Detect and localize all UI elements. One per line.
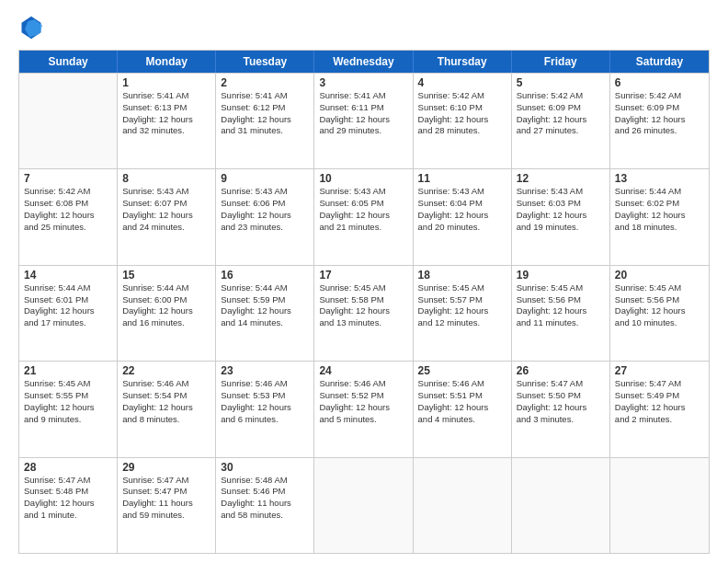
calendar-cell: 18Sunrise: 5:45 AM Sunset: 5:57 PM Dayli…	[414, 266, 512, 361]
calendar-cell: 24Sunrise: 5:46 AM Sunset: 5:52 PM Dayli…	[314, 362, 413, 456]
day-number: 3	[319, 76, 407, 89]
calendar-cell: 12Sunrise: 5:43 AM Sunset: 6:03 PM Dayli…	[512, 169, 610, 264]
day-number: 17	[319, 269, 407, 282]
cell-info: Sunrise: 5:41 AM Sunset: 6:12 PM Dayligh…	[221, 90, 309, 137]
day-number: 8	[122, 172, 210, 185]
calendar-cell: 3Sunrise: 5:41 AM Sunset: 6:11 PM Daylig…	[314, 74, 413, 168]
calendar-row-2: 7Sunrise: 5:42 AM Sunset: 6:08 PM Daylig…	[19, 168, 709, 264]
calendar-cell: 29Sunrise: 5:47 AM Sunset: 5:47 PM Dayli…	[118, 458, 216, 553]
cell-info: Sunrise: 5:45 AM Sunset: 5:57 PM Dayligh…	[418, 282, 506, 329]
calendar-cell: 11Sunrise: 5:43 AM Sunset: 6:04 PM Dayli…	[414, 169, 512, 264]
calendar-cell: 26Sunrise: 5:47 AM Sunset: 5:50 PM Dayli…	[512, 362, 610, 456]
calendar-cell: 15Sunrise: 5:44 AM Sunset: 6:00 PM Dayli…	[118, 266, 216, 361]
day-number: 12	[517, 172, 605, 185]
day-number: 27	[615, 364, 704, 377]
calendar-cell: 8Sunrise: 5:43 AM Sunset: 6:07 PM Daylig…	[118, 169, 216, 264]
cell-info: Sunrise: 5:43 AM Sunset: 6:06 PM Dayligh…	[221, 186, 309, 233]
header-day-thursday: Thursday	[414, 51, 512, 73]
day-number: 21	[24, 364, 112, 377]
day-number: 28	[24, 461, 112, 474]
calendar-cell: 4Sunrise: 5:42 AM Sunset: 6:10 PM Daylig…	[414, 74, 512, 168]
cell-info: Sunrise: 5:45 AM Sunset: 5:55 PM Dayligh…	[24, 378, 112, 425]
day-number: 2	[221, 76, 309, 89]
calendar-cell: 21Sunrise: 5:45 AM Sunset: 5:55 PM Dayli…	[19, 362, 118, 456]
header-day-sunday: Sunday	[19, 51, 118, 73]
cell-info: Sunrise: 5:45 AM Sunset: 5:58 PM Dayligh…	[319, 282, 407, 329]
calendar-cell: 25Sunrise: 5:46 AM Sunset: 5:51 PM Dayli…	[414, 362, 512, 456]
calendar-cell: 20Sunrise: 5:45 AM Sunset: 5:56 PM Dayli…	[610, 266, 709, 361]
calendar-row-1: 1Sunrise: 5:41 AM Sunset: 6:13 PM Daylig…	[19, 73, 709, 168]
header-day-friday: Friday	[512, 51, 610, 73]
day-number: 15	[122, 269, 210, 282]
cell-info: Sunrise: 5:41 AM Sunset: 6:11 PM Dayligh…	[319, 90, 407, 137]
day-number: 4	[418, 76, 506, 89]
calendar-cell: 30Sunrise: 5:48 AM Sunset: 5:46 PM Dayli…	[216, 458, 314, 553]
day-number: 11	[418, 172, 506, 185]
calendar-cell: 28Sunrise: 5:47 AM Sunset: 5:48 PM Dayli…	[19, 458, 118, 553]
cell-info: Sunrise: 5:41 AM Sunset: 6:13 PM Dayligh…	[122, 90, 210, 137]
header	[18, 15, 710, 40]
day-number: 29	[122, 461, 210, 474]
day-number: 10	[319, 172, 407, 185]
cell-info: Sunrise: 5:44 AM Sunset: 6:02 PM Dayligh…	[615, 186, 704, 233]
calendar-cell: 22Sunrise: 5:46 AM Sunset: 5:54 PM Dayli…	[118, 362, 216, 456]
cell-info: Sunrise: 5:43 AM Sunset: 6:07 PM Dayligh…	[122, 186, 210, 233]
cell-info: Sunrise: 5:43 AM Sunset: 6:04 PM Dayligh…	[418, 186, 506, 233]
day-number: 22	[122, 364, 210, 377]
cell-info: Sunrise: 5:44 AM Sunset: 6:00 PM Dayligh…	[122, 282, 210, 329]
calendar-cell: 10Sunrise: 5:43 AM Sunset: 6:05 PM Dayli…	[314, 169, 413, 264]
calendar-cell: 1Sunrise: 5:41 AM Sunset: 6:13 PM Daylig…	[118, 74, 216, 168]
cell-info: Sunrise: 5:45 AM Sunset: 5:56 PM Dayligh…	[615, 282, 704, 329]
calendar-cell: 16Sunrise: 5:44 AM Sunset: 5:59 PM Dayli…	[216, 266, 314, 361]
day-number: 26	[517, 364, 605, 377]
day-number: 7	[24, 172, 112, 185]
calendar-cell: 7Sunrise: 5:42 AM Sunset: 6:08 PM Daylig…	[19, 169, 118, 264]
logo	[18, 15, 48, 40]
day-number: 13	[615, 172, 704, 185]
calendar-cell: 13Sunrise: 5:44 AM Sunset: 6:02 PM Dayli…	[610, 169, 709, 264]
day-number: 18	[418, 269, 506, 282]
cell-info: Sunrise: 5:47 AM Sunset: 5:50 PM Dayligh…	[517, 378, 605, 425]
cell-info: Sunrise: 5:47 AM Sunset: 5:48 PM Dayligh…	[24, 475, 112, 522]
calendar-cell: 17Sunrise: 5:45 AM Sunset: 5:58 PM Dayli…	[314, 266, 413, 361]
calendar-cell	[610, 458, 709, 553]
cell-info: Sunrise: 5:42 AM Sunset: 6:10 PM Dayligh…	[418, 90, 506, 137]
calendar-row-5: 28Sunrise: 5:47 AM Sunset: 5:48 PM Dayli…	[19, 457, 709, 553]
day-number: 25	[418, 364, 506, 377]
header-day-wednesday: Wednesday	[314, 51, 413, 73]
day-number: 5	[517, 76, 605, 89]
calendar-cell	[314, 458, 413, 553]
calendar-header: SundayMondayTuesdayWednesdayThursdayFrid…	[19, 51, 709, 73]
header-day-tuesday: Tuesday	[216, 51, 314, 73]
calendar-cell: 5Sunrise: 5:42 AM Sunset: 6:09 PM Daylig…	[512, 74, 610, 168]
day-number: 19	[517, 269, 605, 282]
day-number: 6	[615, 76, 704, 89]
header-day-saturday: Saturday	[610, 51, 709, 73]
cell-info: Sunrise: 5:44 AM Sunset: 5:59 PM Dayligh…	[221, 282, 309, 329]
cell-info: Sunrise: 5:42 AM Sunset: 6:09 PM Dayligh…	[517, 90, 605, 137]
calendar-cell	[414, 458, 512, 553]
calendar-body: 1Sunrise: 5:41 AM Sunset: 6:13 PM Daylig…	[19, 73, 709, 553]
day-number: 16	[221, 269, 309, 282]
day-number: 30	[221, 461, 309, 474]
cell-info: Sunrise: 5:46 AM Sunset: 5:54 PM Dayligh…	[122, 378, 210, 425]
cell-info: Sunrise: 5:46 AM Sunset: 5:52 PM Dayligh…	[319, 378, 407, 425]
day-number: 14	[24, 269, 112, 282]
cell-info: Sunrise: 5:46 AM Sunset: 5:51 PM Dayligh…	[418, 378, 506, 425]
day-number: 23	[221, 364, 309, 377]
cell-info: Sunrise: 5:46 AM Sunset: 5:53 PM Dayligh…	[221, 378, 309, 425]
day-number: 24	[319, 364, 407, 377]
page: SundayMondayTuesdayWednesdayThursdayFrid…	[0, 0, 728, 563]
calendar-cell: 23Sunrise: 5:46 AM Sunset: 5:53 PM Dayli…	[216, 362, 314, 456]
day-number: 9	[221, 172, 309, 185]
calendar-cell: 14Sunrise: 5:44 AM Sunset: 6:01 PM Dayli…	[19, 266, 118, 361]
cell-info: Sunrise: 5:45 AM Sunset: 5:56 PM Dayligh…	[517, 282, 605, 329]
calendar: SundayMondayTuesdayWednesdayThursdayFrid…	[18, 50, 710, 554]
day-number: 1	[122, 76, 210, 89]
header-day-monday: Monday	[118, 51, 216, 73]
calendar-cell: 9Sunrise: 5:43 AM Sunset: 6:06 PM Daylig…	[216, 169, 314, 264]
cell-info: Sunrise: 5:47 AM Sunset: 5:47 PM Dayligh…	[122, 475, 210, 522]
calendar-row-4: 21Sunrise: 5:45 AM Sunset: 5:55 PM Dayli…	[19, 361, 709, 456]
cell-info: Sunrise: 5:42 AM Sunset: 6:09 PM Dayligh…	[615, 90, 704, 137]
cell-info: Sunrise: 5:43 AM Sunset: 6:03 PM Dayligh…	[517, 186, 605, 233]
